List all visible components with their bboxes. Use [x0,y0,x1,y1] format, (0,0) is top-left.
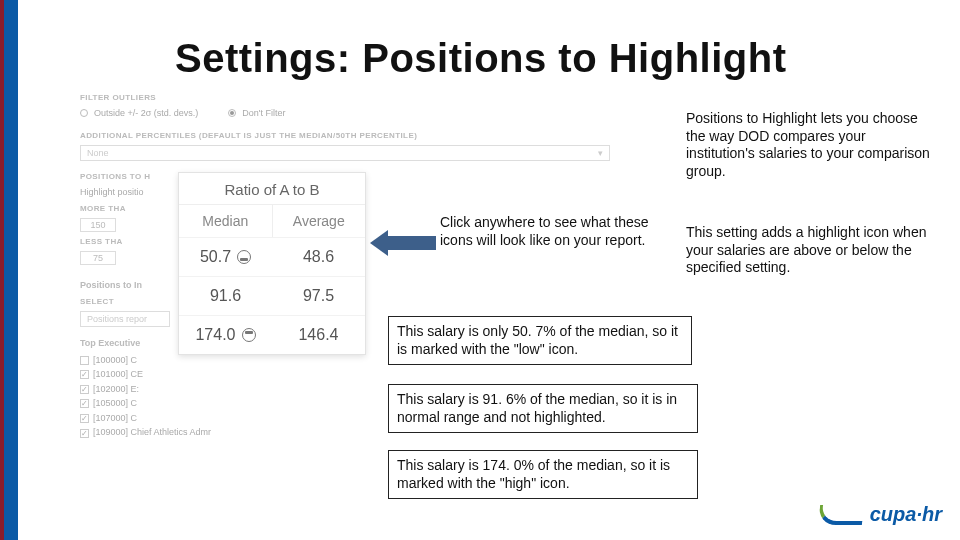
code-3: [105000] C [93,398,137,408]
checkbox-0[interactable] [80,356,89,365]
annotation-mid-salary: This salary is 91. 6% of the median, so … [388,384,698,433]
checkbox-2[interactable] [80,385,89,394]
select-label: SELECT [80,296,660,307]
ratio-popout[interactable]: Ratio of A to B Median Average 50.7 48.6… [178,172,366,355]
checkbox-3[interactable] [80,399,89,408]
cupa-hr-logo: cupa·hr [818,503,942,526]
popout-header: Ratio of A to B [179,173,365,204]
annotation-click-anywhere: Click anywhere to see what these icons w… [440,214,660,249]
code-5: [109000] Chief Athletics Admr [93,427,211,437]
percentiles-value: None [87,147,109,160]
select-dropdown[interactable]: Positions repor [80,311,170,327]
percentiles-header: ADDITIONAL PERCENTILES (DEFAULT IS JUST … [80,130,660,141]
popout-row-1: 91.6 97.5 [179,276,365,315]
annotation-intro: Positions to Highlight lets you choose t… [686,110,936,180]
radio-dont-filter-label: Don't Filter [242,107,285,120]
include-header: Positions to In [80,279,660,292]
logo-text: cupa·hr [870,503,942,526]
positions-sub: Highlight positio [80,186,144,199]
radio-stddev[interactable] [80,109,88,117]
filter-outliers-options: Outside +/- 2σ (std. devs.) Don't Filter [80,107,660,120]
code-4: [107000] C [93,413,137,423]
select-value: Positions repor [87,313,147,326]
col-median: Median [179,205,272,237]
row1-median: 91.6 [179,287,272,305]
annotation-low-salary: This salary is only 50. 7% of the median… [388,316,692,365]
popout-row-2: 174.0 146.4 [179,315,365,354]
col-average: Average [272,205,366,237]
code-2: [102000] E: [93,384,139,394]
filter-outliers-header: FILTER OUTLIERS [80,92,660,103]
radio-dont-filter[interactable] [228,109,236,117]
less-than-label: LESS THA [80,236,136,247]
low-icon [237,250,251,264]
code-1: [101000] CE [93,369,143,379]
arrow-left-icon [370,230,436,256]
chevron-down-icon: ▾ [598,147,603,160]
row0-avg: 48.6 [272,248,365,266]
row2-median: 174.0 [179,326,272,344]
high-icon [242,328,256,342]
percentiles-dropdown[interactable]: None ▾ [80,145,610,161]
accent-bar-blue [4,0,18,540]
row1-avg: 97.5 [272,287,365,305]
logo-swoosh-icon [816,505,866,525]
row2-avg: 146.4 [272,326,365,344]
more-than-input[interactable]: 150 [80,218,116,232]
popout-column-headers: Median Average [179,204,365,237]
checkbox-4[interactable] [80,414,89,423]
checkbox-5[interactable] [80,429,89,438]
less-than-input[interactable]: 75 [80,251,116,265]
radio-stddev-label: Outside +/- 2σ (std. devs.) [94,107,198,120]
row0-median: 50.7 [179,248,272,266]
positions-header: POSITIONS TO H [80,171,660,182]
annotation-setting: This setting adds a highlight icon when … [686,224,942,277]
more-than-label: MORE THA [80,203,136,214]
annotation-high-salary: This salary is 174. 0% of the median, so… [388,450,698,499]
checkbox-1[interactable] [80,370,89,379]
code-0: [100000] C [93,355,137,365]
page-title: Settings: Positions to Highlight [175,36,787,81]
popout-row-0: 50.7 48.6 [179,237,365,276]
